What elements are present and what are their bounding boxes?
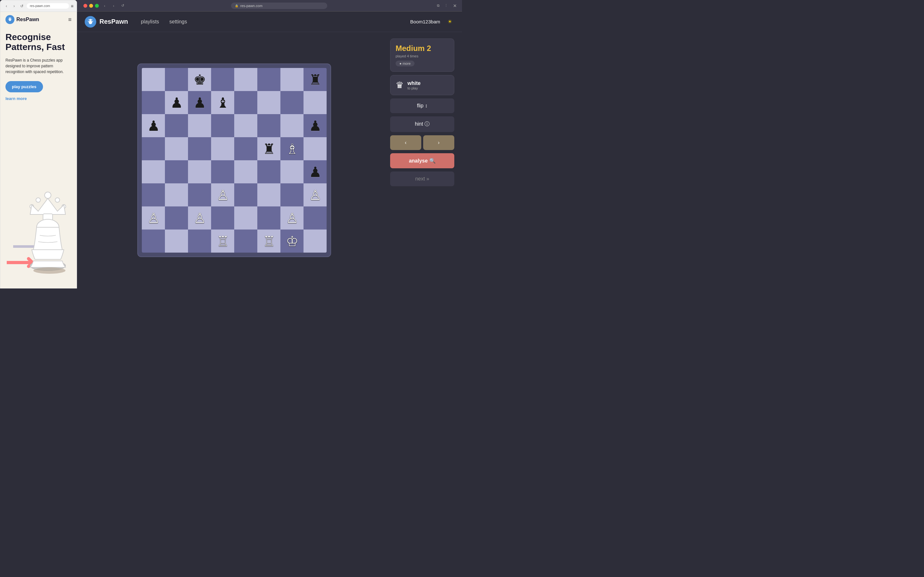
chess-piece-black-265f[interactable]: ♟: [165, 91, 188, 114]
next-puzzle-nav-button[interactable]: ›: [423, 135, 454, 150]
browser-refresh-btn[interactable]: ↺: [120, 3, 126, 9]
chess-piece-black-265c[interactable]: ♜: [257, 137, 280, 160]
window-x-close[interactable]: ✕: [452, 3, 458, 9]
browser-back-btn[interactable]: ‹: [102, 3, 108, 9]
chess-piece-white-2659[interactable]: ♙: [304, 183, 326, 206]
mobile-refresh-btn[interactable]: ↺: [19, 3, 25, 9]
next-button[interactable]: next »: [390, 171, 454, 186]
chess-cell[interactable]: [142, 183, 165, 206]
chess-cell[interactable]: [165, 114, 188, 137]
chess-piece-white-2656[interactable]: ♖: [257, 229, 280, 253]
chess-piece-white-2657[interactable]: ♗: [280, 137, 304, 160]
hint-button[interactable]: hint ⓘ: [390, 116, 454, 132]
chess-cell[interactable]: [257, 206, 280, 229]
tab-settings-btn[interactable]: ⋮: [443, 3, 449, 9]
chess-cell[interactable]: [234, 229, 257, 253]
chess-cell[interactable]: [257, 114, 280, 137]
chess-cell[interactable]: [142, 229, 165, 253]
chess-cell[interactable]: [165, 206, 188, 229]
chess-cell[interactable]: [188, 160, 211, 183]
chess-board-wrapper: ♚♜♟♟♝♟♟♜♗♟♙♙♙♙♙♖♖♔: [137, 63, 331, 257]
chess-cell[interactable]: [165, 183, 188, 206]
svg-point-1: [45, 192, 51, 198]
chess-cell[interactable]: [211, 160, 234, 183]
chess-cell[interactable]: [280, 183, 304, 206]
chess-piece-white-2659[interactable]: ♙: [142, 206, 165, 229]
chess-piece-black-265d[interactable]: ♝: [211, 91, 234, 114]
chess-piece-black-265f[interactable]: ♟: [304, 160, 326, 183]
chess-piece-black-265f[interactable]: ♟: [304, 114, 326, 137]
chess-piece-white-2659[interactable]: ♙: [188, 206, 211, 229]
mobile-url-text: res-pawn.com: [30, 4, 50, 8]
hero-heading: Recognise Patterns, Fast: [5, 32, 71, 52]
chess-cell[interactable]: [257, 160, 280, 183]
chess-cell[interactable]: [211, 137, 234, 160]
chess-cell[interactable]: [234, 91, 257, 114]
chess-cell[interactable]: [211, 114, 234, 137]
chess-cell[interactable]: [234, 183, 257, 206]
chess-cell[interactable]: [142, 160, 165, 183]
chess-cell[interactable]: [304, 91, 326, 114]
chess-piece-white-2659[interactable]: ♙: [280, 206, 304, 229]
play-puzzles-button[interactable]: play puzzles: [5, 81, 43, 92]
chess-cell[interactable]: [165, 68, 188, 91]
chess-cell[interactable]: [257, 91, 280, 114]
chess-cell[interactable]: [280, 114, 304, 137]
more-button[interactable]: ● more: [396, 61, 415, 66]
to-play-card: ♛ white to play: [390, 75, 454, 95]
prev-puzzle-button[interactable]: ‹: [390, 135, 421, 150]
mobile-url-bar[interactable]: res-pawn.com: [27, 3, 69, 9]
chess-cell[interactable]: [234, 137, 257, 160]
desktop-url-bar[interactable]: 🔒 res-pawn.com: [231, 3, 327, 9]
chess-cell[interactable]: [280, 91, 304, 114]
nav-settings[interactable]: settings: [170, 19, 187, 25]
window-close-btn[interactable]: [83, 4, 87, 8]
chess-cell[interactable]: [234, 68, 257, 91]
mobile-back-btn[interactable]: ‹: [3, 3, 9, 9]
chess-cell[interactable]: [188, 137, 211, 160]
chess-cell[interactable]: [280, 68, 304, 91]
chess-cell[interactable]: [165, 229, 188, 253]
chess-cell[interactable]: [165, 160, 188, 183]
chess-cell[interactable]: [304, 206, 326, 229]
mobile-hamburger[interactable]: ≡: [68, 16, 71, 23]
chess-cell[interactable]: [188, 183, 211, 206]
chess-cell[interactable]: [142, 137, 165, 160]
to-play-label: to play: [407, 86, 421, 90]
chess-cell[interactable]: [257, 183, 280, 206]
chess-cell[interactable]: [211, 68, 234, 91]
theme-toggle-btn[interactable]: ☀: [445, 17, 454, 26]
learn-more-link[interactable]: learn more: [5, 96, 71, 101]
chess-cell[interactable]: [280, 160, 304, 183]
chess-piece-black-265a[interactable]: ♚: [188, 68, 211, 91]
browser-forward-btn[interactable]: ›: [110, 3, 117, 9]
mobile-forward-btn[interactable]: ›: [11, 3, 17, 9]
chess-cell[interactable]: [234, 206, 257, 229]
chess-cell[interactable]: [142, 68, 165, 91]
chess-piece-white-2654[interactable]: ♔: [280, 229, 304, 253]
chess-board[interactable]: ♚♜♟♟♝♟♟♜♗♟♙♙♙♙♙♖♖♔: [142, 68, 326, 253]
svg-point-9: [33, 268, 65, 274]
chess-cell[interactable]: [257, 68, 280, 91]
chess-cell[interactable]: [188, 229, 211, 253]
chess-cell[interactable]: [142, 91, 165, 114]
chess-piece-black-265c[interactable]: ♜: [304, 68, 326, 91]
analyse-button[interactable]: analyse 🔍: [390, 153, 454, 168]
chess-cell[interactable]: [211, 206, 234, 229]
chess-cell[interactable]: [234, 114, 257, 137]
chess-piece-white-2656[interactable]: ♖: [211, 229, 234, 253]
chess-piece-black-265f[interactable]: ♟: [142, 114, 165, 137]
chess-cell[interactable]: [304, 229, 326, 253]
mobile-menu-btn[interactable]: ≡: [71, 3, 73, 9]
window-minimize-btn[interactable]: [89, 4, 93, 8]
chess-cell[interactable]: [304, 137, 326, 160]
tab-extensions-btn[interactable]: ⧉: [435, 3, 441, 9]
flip-button[interactable]: flip ↕: [390, 98, 454, 113]
chess-piece-white-2659[interactable]: ♙: [211, 183, 234, 206]
chess-piece-black-265f[interactable]: ♟: [188, 91, 211, 114]
window-maximize-btn[interactable]: [95, 4, 99, 8]
chess-cell[interactable]: [165, 137, 188, 160]
chess-cell[interactable]: [234, 160, 257, 183]
nav-playlists[interactable]: playlists: [141, 19, 159, 25]
chess-cell[interactable]: [188, 114, 211, 137]
